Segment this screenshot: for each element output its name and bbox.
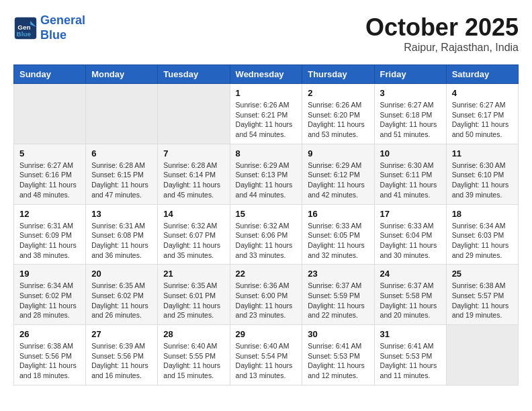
day-number: 12 [19,209,80,219]
day-number: 23 [308,269,368,279]
calendar-cell: 27Sunrise: 6:39 AM Sunset: 5:56 PM Dayli… [86,325,158,385]
calendar-cell: 23Sunrise: 6:37 AM Sunset: 5:59 PM Dayli… [302,265,374,325]
day-info: Sunrise: 6:38 AM Sunset: 5:56 PM Dayligh… [19,341,80,381]
day-number: 10 [380,148,441,158]
weekday-header-sunday: Sunday [14,65,86,84]
calendar-cell: 12Sunrise: 6:31 AM Sunset: 6:09 PM Dayli… [14,204,86,265]
day-number: 17 [380,209,441,219]
month-title: October 2025 [365,13,519,42]
day-info: Sunrise: 6:32 AM Sunset: 6:07 PM Dayligh… [163,221,224,261]
day-info: Sunrise: 6:28 AM Sunset: 6:14 PM Dayligh… [163,161,224,200]
day-info: Sunrise: 6:37 AM Sunset: 5:59 PM Dayligh… [308,281,368,320]
calendar-cell: 18Sunrise: 6:34 AM Sunset: 6:03 PM Dayli… [446,204,518,265]
calendar-cell [158,84,230,144]
day-number: 21 [163,269,224,279]
day-info: Sunrise: 6:41 AM Sunset: 5:53 PM Dayligh… [308,341,368,381]
day-info: Sunrise: 6:28 AM Sunset: 6:15 PM Dayligh… [91,161,152,200]
day-number: 30 [308,329,368,339]
calendar-table: SundayMondayTuesdayWednesdayThursdayFrid… [13,64,519,385]
day-number: 7 [163,148,224,158]
day-number: 6 [91,148,152,158]
calendar-cell: 24Sunrise: 6:37 AM Sunset: 5:58 PM Dayli… [374,265,446,325]
calendar-week-3: 12Sunrise: 6:31 AM Sunset: 6:09 PM Dayli… [14,204,519,265]
calendar-cell [446,325,518,385]
calendar-cell: 3Sunrise: 6:27 AM Sunset: 6:18 PM Daylig… [374,84,446,144]
day-number: 29 [236,329,297,339]
day-number: 4 [452,88,513,98]
calendar-week-5: 26Sunrise: 6:38 AM Sunset: 5:56 PM Dayli… [14,325,519,385]
calendar-cell: 28Sunrise: 6:40 AM Sunset: 5:55 PM Dayli… [158,325,230,385]
day-number: 13 [91,209,152,219]
calendar-cell [86,84,158,144]
calendar-cell: 22Sunrise: 6:36 AM Sunset: 6:00 PM Dayli… [230,265,302,325]
day-info: Sunrise: 6:34 AM Sunset: 6:02 PM Dayligh… [19,281,80,320]
logo: Gen Blue General Blue [13,13,85,42]
location-title: Raipur, Rajasthan, India [365,42,519,54]
calendar-cell: 1Sunrise: 6:26 AM Sunset: 6:21 PM Daylig… [230,84,302,144]
day-number: 16 [308,209,368,219]
day-info: Sunrise: 6:33 AM Sunset: 6:05 PM Dayligh… [308,221,368,261]
svg-text:Blue: Blue [17,30,32,37]
day-info: Sunrise: 6:31 AM Sunset: 6:09 PM Dayligh… [19,221,80,261]
calendar-cell: 9Sunrise: 6:29 AM Sunset: 6:12 PM Daylig… [302,144,374,204]
day-info: Sunrise: 6:26 AM Sunset: 6:21 PM Dayligh… [236,100,297,140]
day-number: 31 [380,329,441,339]
calendar-cell: 17Sunrise: 6:33 AM Sunset: 6:04 PM Dayli… [374,204,446,265]
title-block: October 2025 Raipur, Rajasthan, India [365,13,519,54]
day-number: 22 [236,269,297,279]
calendar-cell: 16Sunrise: 6:33 AM Sunset: 6:05 PM Dayli… [302,204,374,265]
day-number: 28 [163,329,224,339]
calendar-cell [14,84,86,144]
day-info: Sunrise: 6:30 AM Sunset: 6:11 PM Dayligh… [380,161,441,200]
logo-icon: Gen Blue [13,16,38,40]
day-info: Sunrise: 6:27 AM Sunset: 6:18 PM Dayligh… [380,100,441,140]
logo-line1: General [40,13,85,27]
calendar-cell: 6Sunrise: 6:28 AM Sunset: 6:15 PM Daylig… [86,144,158,204]
weekday-header-friday: Friday [374,65,446,84]
calendar-week-4: 19Sunrise: 6:34 AM Sunset: 6:02 PM Dayli… [14,265,519,325]
day-info: Sunrise: 6:40 AM Sunset: 5:54 PM Dayligh… [236,341,297,381]
calendar-week-1: 1Sunrise: 6:26 AM Sunset: 6:21 PM Daylig… [14,84,519,144]
day-info: Sunrise: 6:34 AM Sunset: 6:03 PM Dayligh… [452,221,513,261]
calendar-cell: 7Sunrise: 6:28 AM Sunset: 6:14 PM Daylig… [158,144,230,204]
day-number: 20 [91,269,152,279]
day-info: Sunrise: 6:39 AM Sunset: 5:56 PM Dayligh… [91,341,152,381]
day-number: 24 [380,269,441,279]
day-info: Sunrise: 6:41 AM Sunset: 5:53 PM Dayligh… [380,341,441,381]
day-info: Sunrise: 6:35 AM Sunset: 6:02 PM Dayligh… [91,281,152,320]
calendar-cell: 14Sunrise: 6:32 AM Sunset: 6:07 PM Dayli… [158,204,230,265]
calendar-cell: 19Sunrise: 6:34 AM Sunset: 6:02 PM Dayli… [14,265,86,325]
weekday-header-saturday: Saturday [446,65,518,84]
calendar-cell: 20Sunrise: 6:35 AM Sunset: 6:02 PM Dayli… [86,265,158,325]
day-number: 26 [19,329,80,339]
calendar-cell: 8Sunrise: 6:29 AM Sunset: 6:13 PM Daylig… [230,144,302,204]
calendar-cell: 21Sunrise: 6:35 AM Sunset: 6:01 PM Dayli… [158,265,230,325]
day-info: Sunrise: 6:29 AM Sunset: 6:12 PM Dayligh… [308,161,368,200]
calendar-cell: 29Sunrise: 6:40 AM Sunset: 5:54 PM Dayli… [230,325,302,385]
calendar-cell: 5Sunrise: 6:27 AM Sunset: 6:16 PM Daylig… [14,144,86,204]
day-info: Sunrise: 6:31 AM Sunset: 6:08 PM Dayligh… [91,221,152,261]
day-number: 1 [236,88,297,98]
calendar-cell: 26Sunrise: 6:38 AM Sunset: 5:56 PM Dayli… [14,325,86,385]
calendar-cell: 10Sunrise: 6:30 AM Sunset: 6:11 PM Dayli… [374,144,446,204]
day-number: 2 [308,88,368,98]
calendar-cell: 13Sunrise: 6:31 AM Sunset: 6:08 PM Dayli… [86,204,158,265]
day-info: Sunrise: 6:26 AM Sunset: 6:20 PM Dayligh… [308,100,368,140]
day-number: 19 [19,269,80,279]
weekday-header-tuesday: Tuesday [158,65,230,84]
day-info: Sunrise: 6:27 AM Sunset: 6:17 PM Dayligh… [452,100,513,140]
calendar-cell: 15Sunrise: 6:32 AM Sunset: 6:06 PM Dayli… [230,204,302,265]
day-number: 11 [452,148,513,158]
day-info: Sunrise: 6:32 AM Sunset: 6:06 PM Dayligh… [236,221,297,261]
day-info: Sunrise: 6:35 AM Sunset: 6:01 PM Dayligh… [163,281,224,320]
day-info: Sunrise: 6:29 AM Sunset: 6:13 PM Dayligh… [236,161,297,200]
day-number: 25 [452,269,513,279]
day-number: 9 [308,148,368,158]
calendar-cell: 2Sunrise: 6:26 AM Sunset: 6:20 PM Daylig… [302,84,374,144]
page-header: Gen Blue General Blue October 2025 Raipu… [13,13,519,54]
day-number: 8 [236,148,297,158]
day-info: Sunrise: 6:30 AM Sunset: 6:10 PM Dayligh… [452,161,513,200]
weekday-header-row: SundayMondayTuesdayWednesdayThursdayFrid… [14,65,519,84]
day-info: Sunrise: 6:40 AM Sunset: 5:55 PM Dayligh… [163,341,224,381]
calendar-cell: 11Sunrise: 6:30 AM Sunset: 6:10 PM Dayli… [446,144,518,204]
